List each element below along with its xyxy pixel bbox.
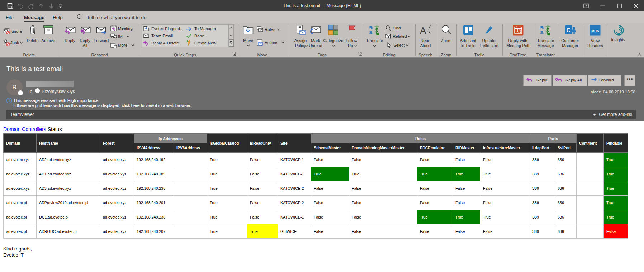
svg-text:A: A	[420, 25, 426, 35]
svg-text:MHA: MHA	[591, 29, 599, 33]
svg-text:a: a	[540, 29, 544, 35]
svg-text:C: C	[567, 27, 571, 33]
svg-text:a: a	[369, 29, 373, 35]
